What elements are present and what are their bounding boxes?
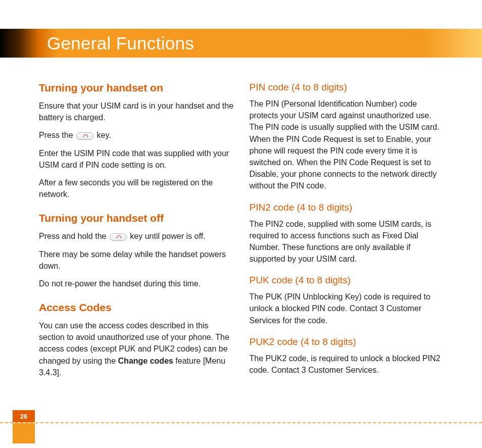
paragraph: Press the key. — [39, 129, 235, 141]
heading-turning-off: Turning your handset off — [39, 212, 235, 224]
heading-pin2: PIN2 code (4 to 8 digits) — [250, 202, 446, 213]
paragraph: Ensure that your USIM card is in your ha… — [39, 100, 235, 123]
header-band: General Functions — [0, 29, 482, 58]
content-area: Turning your handset on Ensure that your… — [39, 82, 446, 384]
right-column: PIN code (4 to 8 digits) The PIN (Person… — [250, 82, 446, 384]
orange-footer-strip — [13, 423, 35, 443]
footer: 26 — [0, 410, 482, 422]
paragraph: Do not re-power the handset during this … — [39, 278, 235, 289]
power-key-icon — [76, 132, 93, 140]
dashed-divider — [0, 422, 482, 423]
text-bold: Change codes — [118, 357, 173, 365]
heading-puk: PUK code (4 to 8 digits) — [250, 275, 446, 286]
page-number-badge: 26 — [13, 410, 35, 422]
paragraph: The PUK (PIN Unblocking Key) code is req… — [250, 291, 446, 326]
text-fragment: Press the — [39, 131, 75, 139]
paragraph: Enter the USIM PIN code that was supplie… — [39, 147, 235, 171]
paragraph: There may be some delay while the handse… — [39, 248, 235, 272]
paragraph: You can use the access codes described i… — [39, 320, 235, 378]
paragraph: The PIN2 code, supplied with some USIM c… — [250, 218, 446, 265]
heading-pin: PIN code (4 to 8 digits) — [250, 82, 446, 93]
left-column: Turning your handset on Ensure that your… — [39, 82, 235, 384]
heading-access-codes: Access Codes — [39, 302, 235, 314]
paragraph: The PIN (Personal Identification Number)… — [250, 98, 446, 192]
page-title: General Functions — [47, 33, 194, 54]
text-fragment: Press and hold the — [39, 232, 109, 240]
paragraph: After a few seconds you will be register… — [39, 177, 235, 200]
text-fragment: key. — [94, 131, 111, 139]
paragraph: Press and hold the key until power is of… — [39, 230, 235, 242]
text-fragment: key until power is off. — [128, 232, 206, 240]
heading-turning-on: Turning your handset on — [39, 82, 235, 94]
heading-puk2: PUK2 code (4 to 8 digits) — [250, 336, 446, 347]
power-key-icon — [110, 233, 127, 241]
paragraph: The PUK2 code, is required to unlock a b… — [250, 353, 446, 376]
